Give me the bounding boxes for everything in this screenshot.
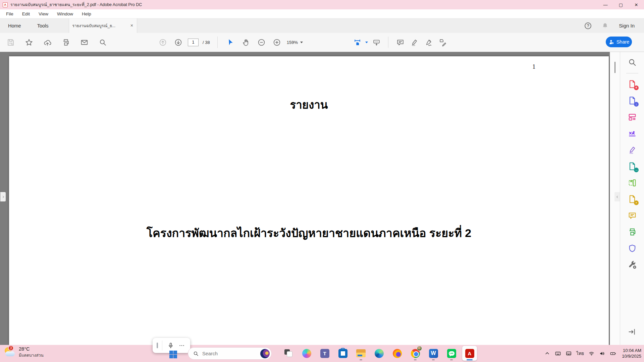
page-number-input[interactable] bbox=[188, 39, 199, 46]
select-pointer-icon[interactable] bbox=[225, 37, 236, 48]
share-button[interactable]: Share bbox=[606, 37, 632, 47]
tab-strip: Home Tools รายงานฉบับสมบูรณ์_ย... ✕ ? Si… bbox=[0, 18, 644, 33]
bing-daily-image[interactable] bbox=[260, 349, 270, 358]
weather-widget[interactable]: 3 28°C มีแดดบางส่วน bbox=[4, 346, 44, 358]
fill-and-sign-icon[interactable] bbox=[627, 128, 638, 139]
rail-separator bbox=[626, 73, 638, 73]
page-fit-icon bbox=[352, 37, 363, 48]
drag-handle[interactable] bbox=[157, 343, 158, 348]
print-pages-icon[interactable] bbox=[627, 226, 638, 238]
acrobat-app-icon-taskbar[interactable]: A bbox=[462, 346, 477, 361]
scrollbar-thumb[interactable] bbox=[614, 62, 615, 73]
chrome-app-icon[interactable] bbox=[408, 346, 423, 361]
touchpad-icon[interactable] bbox=[566, 350, 572, 357]
weather-condition: มีแดดบางส่วน bbox=[19, 352, 44, 358]
expand-tools-icon[interactable] bbox=[628, 327, 636, 336]
microsoft-store-app-icon[interactable] bbox=[335, 346, 350, 361]
page-count-label: / 38 bbox=[203, 40, 210, 45]
zoom-out-icon[interactable] bbox=[256, 37, 267, 48]
highlight-icon[interactable] bbox=[409, 37, 420, 48]
draw-signature-icon[interactable] bbox=[627, 144, 638, 156]
pdf-page[interactable]: 1 รายงาน โครงการพัฒนากลไกเฝ้าระวังปัญหาย… bbox=[9, 56, 609, 345]
chevron-right-icon bbox=[1, 195, 5, 199]
teams-app-icon[interactable]: T bbox=[317, 346, 332, 361]
wifi-icon[interactable] bbox=[588, 350, 595, 357]
window-titlebar: A รายงานฉบับสมบูรณ์_ยาชายแดน_ระยะที่_2.p… bbox=[0, 0, 644, 9]
acrobat-app-icon: A bbox=[3, 2, 8, 7]
more-dots-icon[interactable] bbox=[178, 342, 185, 349]
search-input[interactable] bbox=[202, 351, 246, 356]
close-button[interactable]: ✕ bbox=[629, 0, 644, 9]
maximize-button[interactable]: ▢ bbox=[613, 0, 629, 9]
menu-help[interactable]: Help bbox=[82, 11, 91, 16]
firefox-app-icon[interactable] bbox=[390, 346, 405, 361]
more-tools-icon[interactable] bbox=[627, 259, 638, 270]
share-person-icon bbox=[608, 39, 614, 45]
menu-window[interactable]: Window bbox=[57, 11, 73, 16]
start-button[interactable] bbox=[169, 351, 177, 358]
favorites-star-icon[interactable] bbox=[23, 37, 35, 48]
sign-pen-icon[interactable] bbox=[423, 37, 434, 48]
comment-icon[interactable] bbox=[394, 37, 406, 48]
page-fit-dropdown[interactable] bbox=[352, 37, 368, 48]
tray-date: 10/9/2025 bbox=[622, 354, 641, 359]
tab-tools[interactable]: Tools bbox=[29, 18, 57, 33]
hidden-icons-chevron[interactable] bbox=[544, 350, 550, 357]
menu-edit[interactable]: Edit bbox=[22, 11, 30, 16]
volume-icon[interactable] bbox=[599, 350, 605, 357]
windows-logo-icon bbox=[169, 351, 173, 354]
request-feedback-icon[interactable]: ▪ bbox=[627, 193, 638, 205]
save-icon[interactable] bbox=[5, 37, 16, 48]
microphone-icon[interactable] bbox=[167, 342, 174, 349]
menu-file[interactable]: File bbox=[6, 11, 13, 16]
tray-time: 10:04 AM bbox=[622, 348, 641, 354]
edit-pdf-icon[interactable] bbox=[627, 111, 638, 123]
minimize-button[interactable]: — bbox=[598, 0, 613, 9]
search-icon[interactable] bbox=[97, 37, 108, 48]
document-tab-label: รายงานฉบับสมบูรณ์_ย... bbox=[72, 22, 116, 29]
notifications-bell-icon[interactable] bbox=[601, 22, 609, 29]
tools-pane-toggle[interactable] bbox=[614, 192, 620, 201]
hand-pan-icon[interactable] bbox=[240, 37, 252, 48]
cloud-upload-icon[interactable] bbox=[42, 37, 53, 48]
toolbar-separator bbox=[217, 37, 218, 48]
file-explorer-app-icon[interactable] bbox=[354, 346, 368, 361]
taskbar-search[interactable] bbox=[188, 347, 272, 360]
word-app-icon[interactable]: W bbox=[426, 346, 441, 361]
crop-pages-icon[interactable] bbox=[627, 177, 638, 188]
protect-icon[interactable] bbox=[627, 243, 638, 254]
help-icon[interactable]: ? bbox=[585, 22, 591, 29]
copilot-app-icon[interactable] bbox=[299, 346, 314, 361]
taskbar: 3 28°C มีแดดบางส่วน T W LINE A bbox=[0, 345, 644, 362]
partly-sunny-icon: 3 bbox=[4, 347, 16, 358]
email-icon[interactable] bbox=[78, 37, 90, 48]
tab-document[interactable]: รายงานฉบับสมบูรณ์_ย... ✕ bbox=[69, 18, 137, 33]
language-indicator[interactable]: ไทย bbox=[576, 350, 584, 357]
export-pdf-icon[interactable]: ↓ bbox=[627, 95, 638, 106]
search-document-icon[interactable] bbox=[627, 57, 638, 68]
battery-icon[interactable] bbox=[610, 350, 616, 357]
document-title: โครงการพัฒนากลไกเฝ้าระวังปัญหายาชายแดนภา… bbox=[9, 224, 609, 242]
menu-view[interactable]: View bbox=[39, 11, 48, 16]
left-pane-toggle[interactable] bbox=[0, 192, 6, 201]
zoom-level-value: 159% bbox=[287, 40, 298, 45]
zoom-in-icon[interactable] bbox=[271, 37, 283, 48]
line-app-icon[interactable]: LINE bbox=[444, 346, 459, 361]
fill-sign-icon[interactable] bbox=[437, 37, 448, 48]
zoom-level-dropdown[interactable]: 159% bbox=[287, 40, 303, 45]
touch-keyboard-icon[interactable] bbox=[555, 350, 561, 357]
sign-in-button[interactable]: Sign In bbox=[619, 23, 635, 28]
scroll-mode-icon[interactable] bbox=[371, 37, 382, 48]
task-view-button[interactable] bbox=[281, 346, 296, 361]
page-up-icon[interactable] bbox=[157, 37, 168, 48]
tab-home[interactable]: Home bbox=[0, 18, 29, 33]
clock[interactable]: 10:04 AM 10/9/2025 bbox=[622, 348, 641, 359]
send-pdf-icon[interactable]: → bbox=[627, 161, 638, 172]
comment-tool-icon[interactable] bbox=[627, 210, 638, 221]
create-pdf-icon[interactable]: + bbox=[627, 78, 638, 90]
page-down-icon[interactable] bbox=[172, 37, 184, 48]
document-workspace: 1 รายงาน โครงการพัฒนากลไกเฝ้าระวังปัญหาย… bbox=[0, 52, 644, 345]
edge-app-icon[interactable] bbox=[372, 346, 386, 361]
print-icon[interactable] bbox=[60, 37, 71, 48]
tab-close-icon[interactable]: ✕ bbox=[130, 23, 133, 28]
